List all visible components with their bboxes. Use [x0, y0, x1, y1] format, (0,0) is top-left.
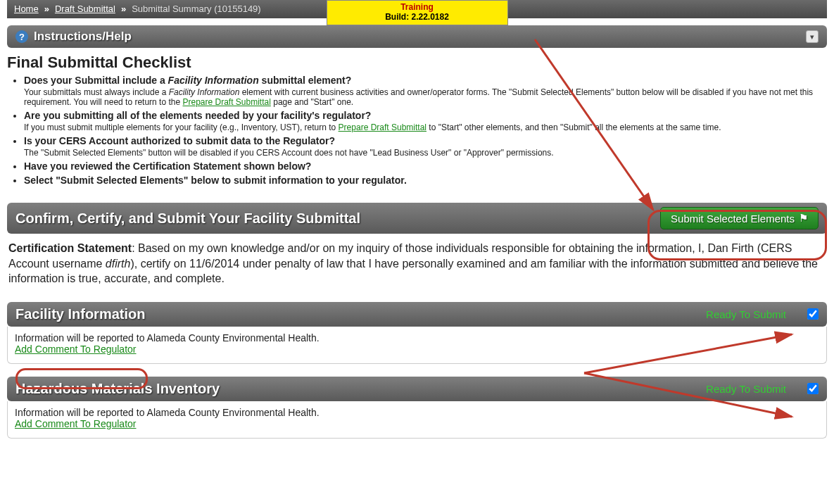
- add-comment-to-regulator-link[interactable]: Add Comment To Regulator: [15, 418, 137, 429]
- collapse-button[interactable]: ▾: [806, 30, 819, 43]
- text: Your submittals must always include a: [24, 87, 169, 97]
- text: to "Start" other elements, and then "Sub…: [427, 122, 721, 132]
- checklist-item: Are you submitting all of the elements n…: [24, 110, 827, 132]
- chevron-right-icon: »: [121, 0, 126, 18]
- text: submittal element?: [259, 75, 351, 86]
- report-text: Information will be reported to Alameda …: [15, 407, 819, 418]
- text: ), certify on 11/6/2014 under penalty of…: [8, 258, 818, 285]
- confirm-header: Confirm, Certify, and Submit Your Facili…: [7, 203, 827, 234]
- text-italic: Facility Information: [168, 75, 259, 86]
- add-comment-to-regulator-link[interactable]: Add Comment To Regulator: [15, 344, 137, 355]
- hazmat-inventory-header: Hazardous Materials Inventory Ready To S…: [7, 377, 827, 401]
- breadcrumb-current: Submittal Summary (10155149): [132, 0, 261, 18]
- certification-statement: Certification Statement: Based on my own…: [8, 241, 826, 286]
- confirm-title: Confirm, Certify, and Submit Your Facili…: [15, 210, 360, 227]
- facility-information-header: Facility Information Ready To Submit: [7, 302, 827, 327]
- hazmat-inventory-title: Hazardous Materials Inventory: [15, 381, 220, 397]
- help-icon: ?: [15, 30, 28, 43]
- facility-information-title: Facility Information: [15, 306, 145, 322]
- facility-information-checkbox[interactable]: [807, 308, 819, 320]
- status-badge: Ready To Submit: [706, 383, 786, 395]
- text: Does your Submittal include a: [24, 75, 168, 86]
- breadcrumb-draft-submittal[interactable]: Draft Submittal: [55, 0, 115, 18]
- hazmat-inventory-body: Information will be reported to Alameda …: [7, 401, 827, 439]
- report-text: Information will be reported to Alameda …: [15, 332, 819, 344]
- button-label: Submit Selected Elements: [671, 213, 795, 225]
- checklist-item: Does your Submittal include a Facility I…: [24, 75, 827, 107]
- status-badge: Ready To Submit: [706, 308, 786, 320]
- prepare-draft-submittal-link[interactable]: Prepare Draft Submittal: [339, 122, 427, 132]
- prepare-draft-submittal-link[interactable]: Prepare Draft Submittal: [182, 97, 270, 107]
- build-label: Build: 2.22.0182: [341, 12, 493, 22]
- flag-icon: [799, 212, 808, 225]
- instructions-header: ? Instructions/Help ▾: [7, 25, 827, 48]
- checklist-question: Is your CERS Account authorized to submi…: [24, 135, 827, 146]
- text: If you must submit multiple elements for…: [24, 122, 339, 132]
- instructions-title: Instructions/Help: [34, 30, 132, 44]
- training-banner: Training Build: 2.22.0182: [327, 0, 508, 25]
- checklist-item: Select "Submit Selected Elements" below …: [24, 175, 827, 186]
- checklist-item: Is your CERS Account authorized to submi…: [24, 135, 827, 158]
- training-label: Training: [341, 2, 493, 12]
- facility-information-body: Information will be reported to Alameda …: [7, 327, 827, 364]
- checklist-question: Have you reviewed the Certification Stat…: [24, 160, 827, 172]
- breadcrumb-home[interactable]: Home: [14, 0, 39, 18]
- checklist: Does your Submittal include a Facility I…: [24, 75, 827, 186]
- checklist-question: Are you submitting all of the elements n…: [24, 110, 827, 121]
- chevron-right-icon: »: [44, 0, 49, 18]
- checklist-question: Select "Submit Selected Elements" below …: [24, 175, 827, 186]
- cert-label: Certification Statement: [8, 242, 132, 254]
- text-italic: Facility Information: [169, 87, 240, 97]
- submit-selected-elements-button[interactable]: Submit Selected Elements: [660, 207, 819, 229]
- checklist-heading: Final Submittal Checklist: [7, 53, 827, 72]
- checklist-item: Have you reviewed the Certification Stat…: [24, 160, 827, 172]
- hazmat-inventory-checkbox[interactable]: [807, 383, 819, 394]
- text: page and "Start" one.: [271, 97, 353, 107]
- checklist-answer: The "Submit Selected Elements" button wi…: [24, 148, 827, 158]
- cert-username: dfirth: [106, 258, 131, 270]
